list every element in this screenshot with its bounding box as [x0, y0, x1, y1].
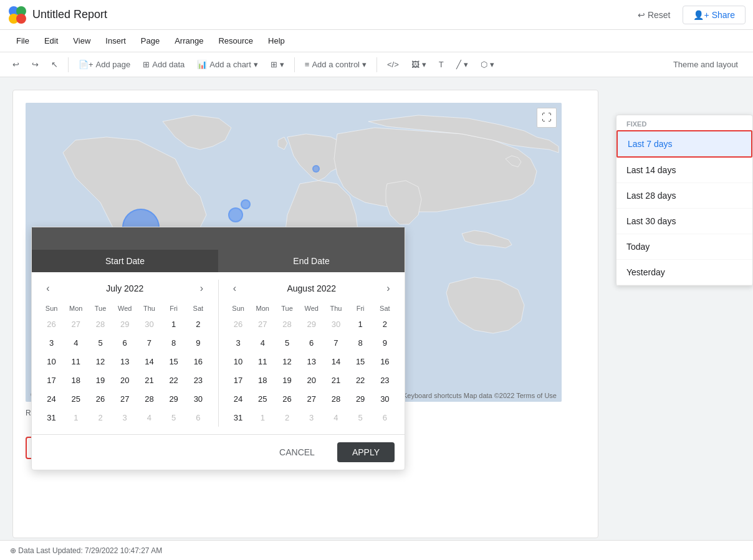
cal-day[interactable]: 9 [186, 333, 210, 352]
cal-day[interactable]: 15 [348, 352, 373, 371]
cal-day[interactable]: 29 [161, 389, 186, 408]
cal-day[interactable]: 29 [113, 315, 137, 333]
dropdown-item-3[interactable]: Last 30 days [616, 209, 752, 234]
cal-day[interactable]: 10 [226, 352, 251, 371]
dropdown-item-5[interactable]: Yesterday [616, 260, 752, 285]
start-date-tab[interactable]: Start Date [32, 250, 218, 272]
cal-day[interactable]: 23 [186, 371, 210, 389]
cal-day[interactable]: 28 [137, 389, 161, 408]
cal-day[interactable]: 26 [275, 389, 299, 408]
cal-day[interactable]: 1 [348, 315, 373, 333]
right-cal-prev[interactable]: ‹ [226, 280, 244, 297]
cal-day[interactable]: 1 [64, 408, 88, 427]
cal-day[interactable]: 10 [39, 352, 64, 371]
cal-day[interactable]: 6 [299, 333, 324, 352]
cal-day[interactable]: 7 [137, 333, 161, 352]
cal-day[interactable]: 27 [113, 389, 137, 408]
right-cal-next[interactable]: › [380, 280, 397, 297]
cal-day[interactable]: 3 [39, 333, 64, 352]
cal-day[interactable]: 19 [88, 371, 112, 389]
cal-day[interactable]: 30 [137, 315, 161, 333]
select-tool-button[interactable]: ↖ [46, 57, 63, 72]
cal-day[interactable]: 5 [275, 333, 299, 352]
add-chart-button[interactable]: 📊 Add a chart ▾ [192, 57, 263, 72]
cal-day[interactable]: 25 [64, 389, 88, 408]
cal-day[interactable]: 14 [324, 352, 348, 371]
cal-day[interactable]: 22 [161, 371, 186, 389]
cal-day[interactable]: 1 [161, 315, 186, 333]
cal-day[interactable]: 16 [373, 352, 397, 371]
apply-button[interactable]: APPLY [337, 442, 395, 462]
menu-resource[interactable]: Resource [212, 34, 259, 48]
cancel-button[interactable]: CANCEL [264, 442, 330, 462]
cal-day[interactable]: 4 [251, 333, 275, 352]
share-button[interactable]: 👤+ Share [683, 6, 746, 24]
cal-day[interactable]: 17 [39, 371, 64, 389]
dropdown-item-1[interactable]: Last 14 days [616, 158, 752, 183]
menu-page[interactable]: Page [135, 34, 166, 48]
cal-day[interactable]: 11 [64, 352, 88, 371]
cal-day[interactable]: 2 [186, 315, 210, 333]
cal-day[interactable]: 12 [275, 352, 299, 371]
dropdown-item-0[interactable]: Last 7 days [616, 130, 752, 158]
cal-day[interactable]: 24 [39, 389, 64, 408]
add-scorecard-button[interactable]: ⊞ ▾ [266, 57, 289, 72]
cal-day[interactable]: 26 [88, 389, 112, 408]
menu-edit[interactable]: Edit [38, 34, 64, 48]
cal-day[interactable]: 28 [275, 315, 299, 333]
dropdown-item-2[interactable]: Last 28 days [616, 183, 752, 209]
cal-day[interactable]: 13 [299, 352, 324, 371]
cal-day[interactable]: 5 [88, 333, 112, 352]
cal-day[interactable]: 21 [137, 371, 161, 389]
cal-day[interactable]: 3 [113, 408, 137, 427]
cal-day[interactable]: 4 [324, 408, 348, 427]
cal-day[interactable]: 6 [373, 408, 397, 427]
cal-day[interactable]: 9 [373, 333, 397, 352]
cal-day[interactable]: 26 [39, 315, 64, 333]
theme-button[interactable]: Theme and layout [666, 57, 746, 72]
cal-day[interactable]: 28 [324, 389, 348, 408]
cal-day[interactable]: 30 [324, 315, 348, 333]
cal-day[interactable]: 15 [161, 352, 186, 371]
cal-day[interactable]: 14 [137, 352, 161, 371]
cal-day[interactable]: 1 [251, 408, 275, 427]
cal-day[interactable]: 4 [64, 333, 88, 352]
cal-day[interactable]: 2 [373, 315, 397, 333]
menu-insert[interactable]: Insert [99, 34, 132, 48]
redo-button[interactable]: ↪ [27, 57, 44, 72]
cal-day[interactable]: 21 [324, 371, 348, 389]
cal-day[interactable]: 3 [299, 408, 324, 427]
add-page-button[interactable]: 📄+ Add page [74, 57, 135, 72]
undo-button[interactable]: ↩ [7, 57, 24, 72]
shape-button[interactable]: ⬡ ▾ [476, 57, 499, 72]
map-fullscreen-button[interactable]: ⛶ [537, 108, 557, 128]
cal-day[interactable]: 26 [226, 315, 251, 333]
cal-day[interactable]: 4 [137, 408, 161, 427]
image-button[interactable]: 🖼 ▾ [406, 57, 431, 72]
cal-day[interactable]: 27 [299, 389, 324, 408]
cal-day[interactable]: 25 [251, 389, 275, 408]
cal-day[interactable]: 3 [226, 333, 251, 352]
cal-day[interactable]: 30 [186, 389, 210, 408]
cal-day[interactable]: 8 [161, 333, 186, 352]
left-cal-next[interactable]: › [193, 280, 211, 297]
cal-day[interactable]: 23 [373, 371, 397, 389]
add-data-button[interactable]: ⊞ Add data [138, 57, 189, 72]
cal-day[interactable]: 29 [299, 315, 324, 333]
cal-day[interactable]: 31 [226, 408, 251, 427]
line-button[interactable]: ╱ ▾ [451, 57, 473, 72]
cal-day[interactable]: 2 [88, 408, 112, 427]
text-button[interactable]: T [434, 57, 449, 72]
embed-button[interactable]: </> [382, 57, 404, 72]
cal-day[interactable]: 5 [161, 408, 186, 427]
dropdown-item-4[interactable]: Today [616, 234, 752, 260]
left-cal-prev[interactable]: ‹ [39, 280, 57, 297]
cal-day[interactable]: 22 [348, 371, 373, 389]
end-date-tab[interactable]: End Date [218, 250, 405, 272]
cal-day[interactable]: 17 [226, 371, 251, 389]
cal-day[interactable]: 12 [88, 352, 112, 371]
menu-view[interactable]: View [67, 34, 97, 48]
add-control-button[interactable]: ≡ Add a control ▾ [300, 57, 372, 72]
cal-day[interactable]: 30 [373, 389, 397, 408]
cal-day[interactable]: 2 [275, 408, 299, 427]
